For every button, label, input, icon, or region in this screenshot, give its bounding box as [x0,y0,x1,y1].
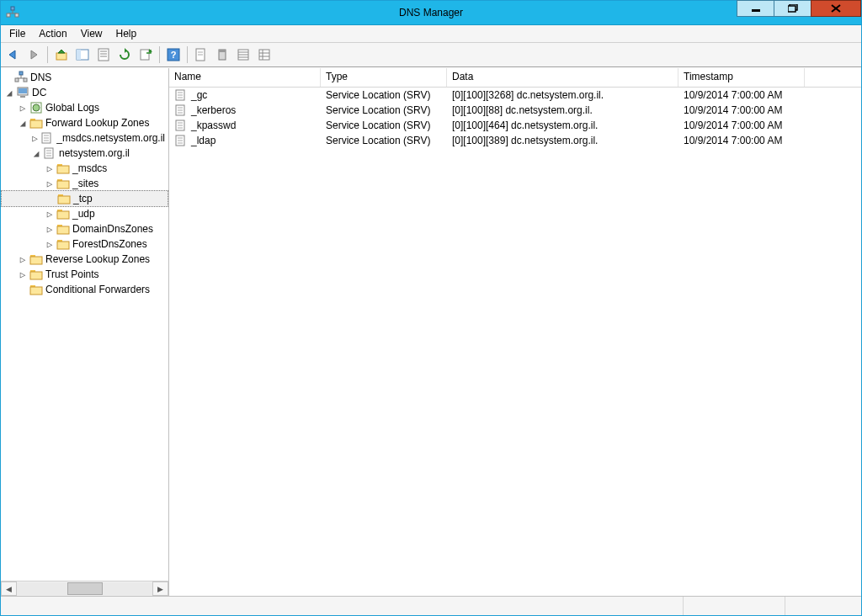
up-button[interactable] [51,45,72,65]
svg-rect-4 [15,13,19,17]
tree-label: _sites [72,178,102,189]
menu-help[interactable]: Help [109,26,144,41]
tree-node-global-logs[interactable]: ▷ Global Logs [1,100,168,115]
svg-rect-39 [19,88,27,93]
column-header-timestamp[interactable]: Timestamp [678,68,805,87]
list-button[interactable] [233,45,253,65]
svg-rect-13 [98,49,109,61]
tree-node-rlz[interactable]: ▷ Reverse Lookup Zones [1,252,168,267]
toolbar-sep [187,46,188,63]
column-header-name[interactable]: Name [169,68,321,87]
svg-rect-36 [15,78,19,82]
expand-icon[interactable]: ▷ [16,269,29,280]
menu-file[interactable]: File [3,26,32,41]
help-button[interactable]: ? [163,45,184,65]
svg-rect-68 [30,272,42,279]
expand-icon[interactable]: ▷ [43,224,56,235]
tree-node-udp[interactable]: ▷ _udp [1,206,168,221]
window-controls [737,1,861,24]
svg-rect-7 [788,6,795,12]
tree-horizontal-scrollbar[interactable]: ◀ ▶ [1,581,168,596]
cell-type: Service Location (SRV) [321,119,447,131]
filter-button[interactable] [212,45,232,65]
folder-icon [56,162,70,175]
tree-node-domaindnszones[interactable]: ▷ DomainDnsZones [1,221,168,236]
toolbar-sep [47,46,48,63]
scroll-right-button[interactable]: ▶ [152,581,168,596]
list-row[interactable]: _kerberosService Location (SRV)[0][100][… [169,103,861,118]
expand-icon[interactable]: ▷ [43,163,56,174]
scroll-track[interactable] [17,582,152,595]
folder-icon [29,283,43,296]
svg-rect-58 [58,196,70,204]
back-button[interactable] [3,45,23,65]
tree-node-sites[interactable]: ▷ _sites [1,176,168,191]
details-button[interactable] [254,45,274,65]
tree-node-flz[interactable]: ◢ Forward Lookup Zones [1,115,168,130]
show-hide-tree-button[interactable] [72,45,93,65]
svg-point-42 [33,104,40,111]
expand-icon[interactable]: ▷ [43,239,56,250]
tree-node-msdcs[interactable]: ▷ _msdcs [1,161,168,176]
record-icon [174,104,188,117]
list-row[interactable]: _ldapService Location (SRV)[0][100][389]… [169,133,861,148]
record-icon [174,88,188,102]
refresh-button[interactable] [114,45,135,65]
minimize-button[interactable] [737,0,774,17]
folder-icon [29,116,43,130]
tree-node-trust-points[interactable]: ▷ Trust Points [1,267,168,282]
svg-rect-62 [57,226,69,234]
properties-button[interactable] [93,45,114,65]
column-header-data[interactable]: Data [447,68,678,87]
menu-view[interactable]: View [74,26,109,41]
svg-rect-29 [259,50,269,60]
tree-label: _tcp [73,193,96,204]
scroll-thumb[interactable] [67,582,103,595]
status-pane [684,597,785,615]
list-row[interactable]: _gcService Location (SRV)[0][100][3268] … [169,88,861,103]
dns-root-icon [14,71,28,84]
cell-name: _kpasswd [169,119,321,132]
restore-button[interactable] [774,0,811,17]
statusbar [1,596,861,615]
status-pane [1,597,684,615]
tree-node-dns-root[interactable]: ▷ DNS [1,70,168,85]
list-pane: Name Type Data Timestamp _gcService Loca… [169,68,861,596]
tree-node-server[interactable]: ◢ DC [1,85,168,100]
cell-name: _gc [169,88,321,102]
expand-icon[interactable]: ▷ [43,209,56,220]
expand-icon[interactable]: ▷ [29,133,40,144]
tree-node-tcp[interactable]: ▷ _tcp [1,190,168,207]
status-pane [785,597,861,615]
tree-node-forestdnszones[interactable]: ▷ ForestDnsZones [1,236,168,252]
folder-icon [56,177,70,190]
zone-icon [40,131,54,145]
expand-icon[interactable]: ▷ [16,254,29,265]
server-icon [16,86,29,99]
list-body[interactable]: _gcService Location (SRV)[0][100][3268] … [169,88,861,596]
column-header-type[interactable]: Type [321,68,447,87]
list-row[interactable]: _kpasswdService Location (SRV)[0][100][4… [169,118,861,133]
new-record-button[interactable] [191,45,211,65]
scroll-left-button[interactable]: ◀ [1,581,17,596]
list-header: Name Type Data Timestamp [169,68,861,88]
close-button[interactable] [811,0,861,17]
tree-label: Reverse Lookup Zones [45,253,153,265]
cell-data: [0][100][3268] dc.netsystem.org.il. [447,89,678,101]
scope-tree[interactable]: ▷ DNS ◢ DC ▷ Global Logs ◢ Fo [1,68,168,581]
expand-icon[interactable]: ◢ [29,148,43,159]
expand-icon[interactable]: ▷ [16,103,29,114]
expand-icon[interactable]: ◢ [16,118,29,129]
expand-icon[interactable]: ◢ [3,88,16,98]
forward-button[interactable] [24,45,44,65]
export-button[interactable] [136,45,156,65]
menu-action[interactable]: Action [32,26,73,41]
folder-icon [56,222,70,236]
tree-node-zone-main[interactable]: ◢ netsystem.org.il [1,146,168,161]
svg-rect-10 [56,53,67,60]
tree-node-conditional-forwarders[interactable]: ▷ Conditional Forwarders [1,282,168,297]
svg-rect-33 [19,72,23,75]
tree-node-zone-msdcs[interactable]: ▷ _msdcs.netsystem.org.il [1,130,168,146]
expand-icon[interactable]: ▷ [43,178,56,189]
folder-icon [57,192,71,205]
